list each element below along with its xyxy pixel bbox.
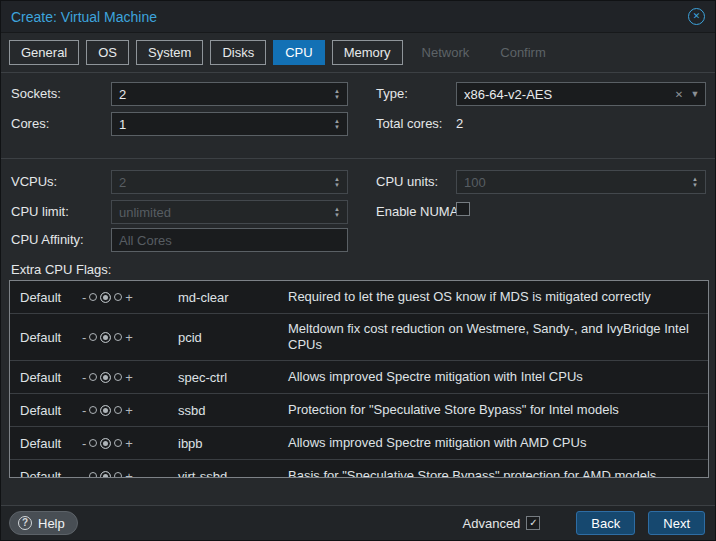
cpu-affinity-label: CPU Affinity: bbox=[11, 232, 84, 247]
slider-default-dot[interactable] bbox=[100, 405, 111, 416]
extra-cpu-flags-label: Extra CPU Flags: bbox=[11, 262, 111, 277]
cpu-affinity-input[interactable]: All Cores bbox=[111, 228, 348, 252]
vcpus-input: 2 ▲ ▼ bbox=[111, 170, 348, 194]
minus-icon[interactable]: - bbox=[82, 470, 86, 479]
type-combobox[interactable]: x86-64-v2-AES ✕ ▼ bbox=[456, 82, 706, 106]
cores-spinner[interactable]: ▲ ▼ bbox=[329, 113, 345, 135]
flag-row-virt-ssbd[interactable]: Default - + virt-ssbd Basis for "Specula… bbox=[10, 460, 708, 478]
close-icon[interactable]: ✕ bbox=[688, 8, 705, 25]
flag-name: pcid bbox=[178, 330, 288, 345]
flag-slider[interactable]: - + bbox=[82, 371, 178, 384]
flag-row-ssbd[interactable]: Default - + ssbd Protection for "Specula… bbox=[10, 394, 708, 427]
slider-off-dot[interactable] bbox=[89, 406, 97, 414]
slider-default-dot[interactable] bbox=[100, 332, 111, 343]
cpu-units-spinner: ▲ ▼ bbox=[687, 171, 703, 193]
type-label: Type: bbox=[376, 86, 408, 101]
flag-description: Allows improved Spectre mitigation with … bbox=[288, 365, 708, 389]
chevron-down-icon[interactable]: ▼ bbox=[687, 89, 703, 99]
flag-slider[interactable]: - + bbox=[82, 331, 178, 344]
cpu-flags-grid: Default - + md-clear Required to let the… bbox=[9, 280, 709, 478]
flag-state: Default bbox=[10, 436, 82, 451]
flag-slider[interactable]: - + bbox=[82, 404, 178, 417]
spin-down-icon: ▼ bbox=[334, 182, 340, 188]
flag-name: ssbd bbox=[178, 403, 288, 418]
sockets-input[interactable]: 2 ▲ ▼ bbox=[111, 82, 348, 106]
tab-general[interactable]: General bbox=[9, 40, 79, 65]
tab-os[interactable]: OS bbox=[86, 40, 129, 65]
minus-icon[interactable]: - bbox=[82, 291, 86, 304]
minus-icon[interactable]: - bbox=[82, 371, 86, 384]
cores-label: Cores: bbox=[11, 116, 49, 131]
plus-icon[interactable]: + bbox=[125, 404, 133, 417]
titlebar: Create: Virtual Machine ✕ bbox=[1, 1, 715, 33]
minus-icon[interactable]: - bbox=[82, 437, 86, 450]
total-cores-value: 2 bbox=[456, 116, 463, 131]
cpu-limit-label: CPU limit: bbox=[11, 204, 69, 219]
plus-icon[interactable]: + bbox=[125, 437, 133, 450]
slider-on-dot[interactable] bbox=[114, 439, 122, 447]
section-divider bbox=[1, 158, 715, 159]
flag-state: Default bbox=[10, 403, 82, 418]
slider-default-dot[interactable] bbox=[100, 471, 111, 479]
minus-icon[interactable]: - bbox=[82, 331, 86, 344]
sockets-spinner[interactable]: ▲ ▼ bbox=[329, 83, 345, 105]
flag-name: md-clear bbox=[178, 290, 288, 305]
slider-on-dot[interactable] bbox=[114, 333, 122, 341]
spin-down-icon[interactable]: ▼ bbox=[334, 124, 340, 130]
slider-default-dot[interactable] bbox=[100, 438, 111, 449]
slider-off-dot[interactable] bbox=[89, 439, 97, 447]
cores-input[interactable]: 1 ▲ ▼ bbox=[111, 112, 348, 136]
slider-on-dot[interactable] bbox=[114, 406, 122, 414]
flag-state: Default bbox=[10, 370, 82, 385]
flag-description: Basis for "Speculative Store Bypass" pro… bbox=[288, 464, 708, 478]
help-icon: ? bbox=[18, 516, 32, 530]
tab-system[interactable]: System bbox=[136, 40, 203, 65]
plus-icon[interactable]: + bbox=[125, 331, 133, 344]
slider-off-dot[interactable] bbox=[89, 333, 97, 341]
tab-network: Network bbox=[410, 40, 482, 65]
flag-row-pcid[interactable]: Default - + pcid Meltdown fix cost reduc… bbox=[10, 314, 708, 361]
plus-icon[interactable]: + bbox=[125, 470, 133, 479]
total-cores-label: Total cores: bbox=[376, 116, 442, 131]
slider-on-dot[interactable] bbox=[114, 293, 122, 301]
slider-default-dot[interactable] bbox=[100, 292, 111, 303]
back-button[interactable]: Back bbox=[576, 511, 635, 535]
flag-state: Default bbox=[10, 330, 82, 345]
plus-icon[interactable]: + bbox=[125, 371, 133, 384]
cpu-limit-spinner: ▲ ▼ bbox=[329, 201, 345, 223]
flag-row-md-clear[interactable]: Default - + md-clear Required to let the… bbox=[10, 281, 708, 314]
cpu-units-label: CPU units: bbox=[376, 174, 438, 189]
plus-icon[interactable]: + bbox=[125, 291, 133, 304]
advanced-checkbox[interactable]: ✓ bbox=[526, 516, 540, 530]
flag-name: virt-ssbd bbox=[178, 469, 288, 479]
tab-disks[interactable]: Disks bbox=[210, 40, 266, 65]
vcpus-value: 2 bbox=[119, 175, 329, 190]
tab-cpu[interactable]: CPU bbox=[273, 40, 324, 65]
help-button[interactable]: ? Help bbox=[9, 511, 78, 535]
flag-description: Meltdown fix cost reduction on Westmere,… bbox=[288, 317, 708, 357]
next-button[interactable]: Next bbox=[648, 511, 705, 535]
clear-icon[interactable]: ✕ bbox=[671, 89, 687, 100]
slider-on-dot[interactable] bbox=[114, 472, 122, 478]
tab-confirm: Confirm bbox=[488, 40, 558, 65]
slider-off-dot[interactable] bbox=[89, 472, 97, 478]
flag-slider[interactable]: - + bbox=[82, 291, 178, 304]
minus-icon[interactable]: - bbox=[82, 404, 86, 417]
tab-memory[interactable]: Memory bbox=[332, 40, 403, 65]
flag-state: Default bbox=[10, 290, 82, 305]
sockets-value: 2 bbox=[119, 87, 329, 102]
flag-slider[interactable]: - + bbox=[82, 437, 178, 450]
flag-slider[interactable]: - + bbox=[82, 470, 178, 479]
vcpus-spinner: ▲ ▼ bbox=[329, 171, 345, 193]
flag-description: Allows improved Spectre mitigation with … bbox=[288, 431, 708, 455]
slider-off-dot[interactable] bbox=[89, 293, 97, 301]
slider-off-dot[interactable] bbox=[89, 373, 97, 381]
spin-down-icon[interactable]: ▼ bbox=[334, 94, 340, 100]
flag-row-ibpb[interactable]: Default - + ibpb Allows improved Spectre… bbox=[10, 427, 708, 460]
cpu-limit-input: unlimited ▲ ▼ bbox=[111, 200, 348, 224]
slider-on-dot[interactable] bbox=[114, 373, 122, 381]
flag-description: Protection for "Speculative Store Bypass… bbox=[288, 398, 708, 422]
flag-row-spec-ctrl[interactable]: Default - + spec-ctrl Allows improved Sp… bbox=[10, 361, 708, 394]
slider-default-dot[interactable] bbox=[100, 372, 111, 383]
enable-numa-checkbox[interactable] bbox=[456, 202, 470, 216]
